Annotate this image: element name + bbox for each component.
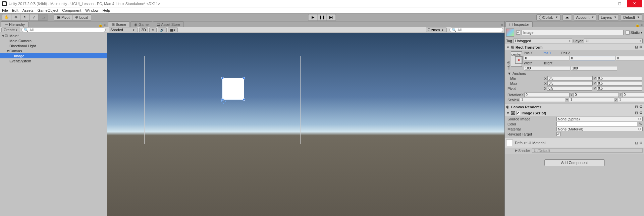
tree-row-camera[interactable]: Main Camera	[0, 38, 107, 43]
lighting-toggle[interactable]: ☀	[149, 28, 157, 32]
hierarchy-search[interactable]: 🔍All	[21, 28, 106, 32]
panel-menu-icon[interactable]: ≡	[104, 23, 106, 27]
account-dropdown[interactable]: Account▼	[574, 14, 597, 20]
audio-toggle[interactable]: 🔊	[158, 28, 167, 32]
material-header[interactable]: Default UI Material ⊡ ⚙	[505, 138, 644, 148]
panel-lock-icon[interactable]: 🔒	[635, 23, 640, 27]
tree-row-scene[interactable]: ▼⊡Main*	[0, 33, 107, 38]
scene-tab[interactable]: ⊞Scene	[108, 21, 130, 27]
menu-file[interactable]: File	[2, 8, 8, 12]
gear-icon[interactable]: ⚙	[639, 111, 643, 115]
tag-dropdown[interactable]: Untagged‡	[514, 39, 572, 43]
scene-search[interactable]: 🔍All	[449, 28, 503, 32]
minimize-button[interactable]: ─	[597, 0, 612, 7]
hierarchy-tab[interactable]: ≔Hierarchy	[1, 21, 29, 27]
anchors-fold-icon[interactable]: ▼	[507, 71, 511, 75]
object-picker-icon[interactable]: ⊙	[638, 117, 641, 121]
panel-menu-icon[interactable]: ≡	[641, 23, 643, 27]
posx-input[interactable]	[524, 56, 569, 60]
tree-row-eventsystem[interactable]: EventSystem	[0, 58, 107, 63]
fold-icon[interactable]: ▼	[506, 111, 510, 115]
roty-input[interactable]	[574, 93, 619, 97]
anchor-maxx-input[interactable]	[547, 81, 593, 86]
create-dropdown[interactable]: Create ▼	[1, 28, 20, 32]
source-image-field[interactable]: None (Sprite)⊙	[556, 117, 643, 121]
asset-store-tab[interactable]: ⬓Asset Store	[153, 21, 184, 27]
anchor-minx-input[interactable]	[547, 76, 593, 80]
layout-dropdown[interactable]: Default▼	[621, 14, 642, 20]
static-checkbox[interactable]	[626, 31, 630, 35]
pivotx-input[interactable]	[547, 86, 592, 91]
fold-icon[interactable]: ▼	[506, 45, 510, 49]
posy-input[interactable]	[570, 56, 615, 60]
menu-edit[interactable]: Edit	[12, 8, 18, 12]
rotate-tool[interactable]: ↻	[20, 14, 30, 20]
static-dropdown-icon[interactable]: ▼	[640, 32, 643, 34]
local-toggle[interactable]: ⊕Local	[72, 14, 91, 20]
object-picker-icon[interactable]: ⊙	[638, 127, 641, 131]
2d-toggle[interactable]: 2D	[139, 28, 148, 32]
anchor-preset-button[interactable]: center	[511, 51, 522, 67]
raycast-checkbox[interactable]: ✔	[556, 132, 560, 136]
panel-menu-icon[interactable]: ≡	[501, 23, 503, 27]
gear-icon[interactable]: ⚙	[639, 45, 643, 49]
height-input[interactable]	[571, 66, 617, 70]
gameobject-icon[interactable]	[506, 29, 514, 37]
collab-dropdown[interactable]: ◯ Collab▼	[536, 14, 560, 20]
shader-dropdown[interactable]: UI/Default	[532, 148, 643, 153]
name-field[interactable]	[522, 30, 624, 35]
maximize-button[interactable]: ▢	[612, 0, 627, 7]
menu-component[interactable]: Component	[62, 8, 81, 12]
help-icon[interactable]: ⊡	[635, 141, 638, 145]
close-button[interactable]: ✕	[627, 0, 642, 7]
resize-handle-br[interactable]	[243, 98, 245, 101]
scale-tool[interactable]: ⤢	[30, 14, 39, 20]
play-button[interactable]: ▶	[309, 14, 318, 20]
color-field[interactable]	[556, 122, 637, 126]
menu-gameobject[interactable]: GameObject	[38, 8, 58, 12]
rotz-input[interactable]	[622, 93, 644, 97]
add-component-button[interactable]: Add Component	[544, 159, 605, 166]
pause-button[interactable]: ❚❚	[318, 14, 327, 20]
resize-handle-tl[interactable]	[221, 77, 224, 79]
fx-toggle[interactable]: ▦ ▼	[168, 28, 178, 32]
anchor-gizmo[interactable]	[221, 99, 226, 104]
rect-tool[interactable]: ▭	[39, 14, 48, 20]
scalex-input[interactable]	[520, 98, 565, 102]
step-button[interactable]: ▶|	[327, 14, 336, 20]
width-input[interactable]	[524, 66, 570, 70]
material-fold-icon[interactable]: ▶	[515, 148, 518, 153]
menu-help[interactable]: Help	[102, 8, 110, 12]
layers-dropdown[interactable]: Layers▼	[598, 14, 619, 20]
pivot-toggle[interactable]: ▣Pivot	[54, 14, 72, 20]
layer-dropdown[interactable]: UI‡	[584, 39, 643, 43]
selected-image-rect[interactable]	[222, 78, 244, 100]
material-field[interactable]: None (Material)⊙	[556, 127, 643, 131]
scene-viewport[interactable]	[107, 33, 504, 216]
rotx-input[interactable]	[524, 93, 570, 97]
inspector-tab[interactable]: ⓘInspector	[505, 21, 533, 27]
posz-input[interactable]	[616, 56, 644, 60]
scaley-input[interactable]	[569, 98, 614, 102]
anchor-miny-input[interactable]	[597, 76, 642, 80]
shaded-dropdown[interactable]: Shaded▼	[109, 28, 138, 32]
menu-assets[interactable]: Assets	[22, 8, 34, 12]
gear-icon[interactable]: ⚙	[639, 105, 643, 109]
scalez-input[interactable]	[618, 98, 644, 102]
anchor-maxy-input[interactable]	[597, 81, 642, 86]
pivoty-input[interactable]	[597, 86, 642, 91]
tree-row-canvas[interactable]: ▼Canvas	[0, 48, 107, 53]
game-tab[interactable]: ◉Game	[130, 21, 152, 27]
gear-icon[interactable]: ⚙	[639, 141, 643, 145]
panel-lock-icon[interactable]: 🔒	[98, 23, 103, 27]
gizmos-dropdown[interactable]: Gizmos▼	[426, 28, 447, 32]
enabled-checkbox[interactable]: ✔	[516, 31, 520, 35]
tree-row-light[interactable]: Directional Light	[0, 43, 107, 48]
help-icon[interactable]: ⊡	[635, 111, 638, 115]
help-icon[interactable]: ⊡	[635, 45, 638, 49]
cloud-button[interactable]: ☁	[562, 14, 572, 20]
menu-window[interactable]: Window	[85, 8, 98, 12]
help-icon[interactable]: ⊡	[635, 105, 638, 109]
resize-handle-tr[interactable]	[243, 77, 245, 79]
eyedropper-icon[interactable]: ✎	[638, 122, 643, 126]
